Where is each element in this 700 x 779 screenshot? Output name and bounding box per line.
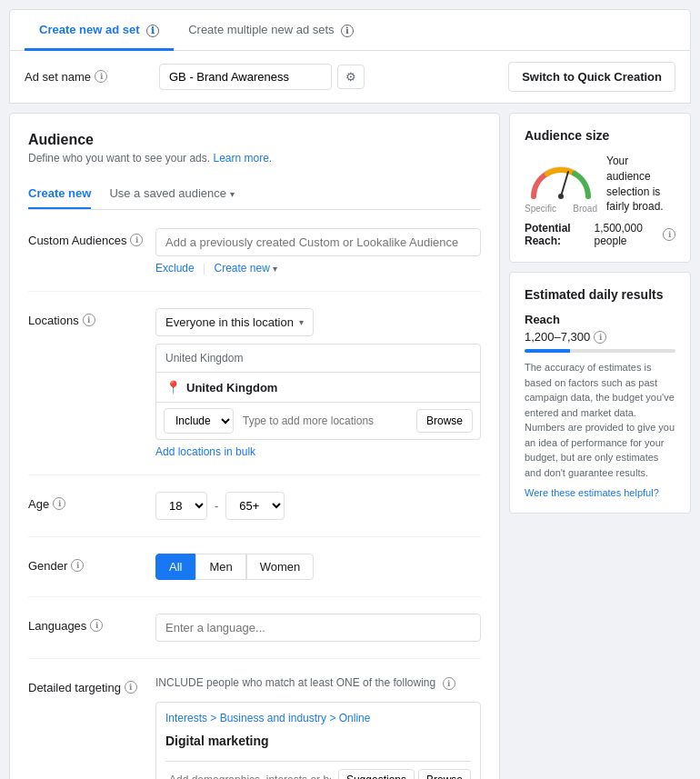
age-label: Age ℹ <box>28 492 155 520</box>
create-new-info-icon[interactable]: ℹ <box>146 25 159 37</box>
reach-label: Reach <box>525 313 675 326</box>
suggestions-button[interactable]: Suggestions <box>338 769 415 779</box>
languages-content <box>155 614 481 642</box>
custom-audiences-input[interactable] <box>155 228 481 256</box>
browse-locations-button[interactable]: Browse <box>416 409 473 433</box>
detailed-targeting-row: Detailed targeting ℹ INCLUDE people who … <box>28 675 481 779</box>
create-new-audience-link[interactable]: Create new ▾ <box>215 262 278 275</box>
top-tabs-bar: Create new ad set ℹ Create multiple new … <box>9 9 691 51</box>
targeting-breadcrumb: Interests > Business and industry > Onli… <box>165 712 471 724</box>
age-separator: - <box>215 499 218 513</box>
adset-name-info-icon[interactable]: ℹ <box>95 70 107 83</box>
audience-title: Audience <box>28 132 481 148</box>
gauge-wrap: Specific Broad Your audience selection i… <box>525 154 675 215</box>
location-type-input[interactable] <box>239 411 411 431</box>
gender-women-button[interactable]: Women <box>246 554 315 580</box>
languages-label: Languages ℹ <box>28 614 155 642</box>
learn-more-link[interactable]: Learn more. <box>213 152 272 165</box>
detailed-targeting-info-icon[interactable]: ℹ <box>125 681 137 694</box>
potential-reach-info-icon[interactable]: ℹ <box>663 228 675 241</box>
reach-range-info-icon[interactable]: ℹ <box>594 331 606 344</box>
svg-point-1 <box>558 194 564 199</box>
targeting-box: Interests > Business and industry > Onli… <box>155 702 481 779</box>
gender-content: All Men Women <box>155 554 481 580</box>
left-panel: Audience Define who you want to see your… <box>9 113 500 779</box>
location-header: United Kingdom <box>156 345 480 373</box>
gauge-svg <box>525 155 597 201</box>
main-area: Audience Define who you want to see your… <box>9 113 691 779</box>
location-input-row: Include Browse <box>156 402 480 439</box>
tab-create-new-adset[interactable]: Create new ad set ℹ <box>25 10 174 51</box>
tab-use-saved-audience[interactable]: Use a saved audience ▾ <box>109 179 234 209</box>
audience-desc: Define who you want to see your ads. Lea… <box>28 152 481 165</box>
gender-buttons: All Men Women <box>155 554 481 580</box>
targeting-search-input[interactable] <box>165 770 335 779</box>
gender-label: Gender ℹ <box>28 554 155 580</box>
targeting-box-wrap: Interests > Business and industry > Onli… <box>155 702 481 779</box>
locations-info-icon[interactable]: ℹ <box>83 314 95 326</box>
gauge-labels: Specific Broad <box>525 204 597 214</box>
gender-row: Gender ℹ All Men Women <box>28 554 481 597</box>
gender-all-button[interactable]: All <box>155 554 195 580</box>
custom-audiences-content: Exclude | Create new ▾ <box>155 228 481 275</box>
detailed-targeting-header: Detailed targeting ℹ INCLUDE people who … <box>28 675 481 694</box>
adset-name-input-wrap: ⚙ <box>159 64 365 90</box>
tab-create-new[interactable]: Create new <box>28 179 91 209</box>
svg-line-0 <box>561 172 568 196</box>
saved-audience-dropdown-arrow: ▾ <box>230 189 235 199</box>
custom-audiences-info-icon[interactable]: ℹ <box>130 234 143 246</box>
location-dropdown-arrow: ▾ <box>299 317 304 327</box>
locations-row: Locations ℹ Everyone in this location ▾ … <box>28 308 481 475</box>
tab-create-multiple-adsets[interactable]: Create multiple new ad sets ℹ <box>174 10 368 51</box>
targeting-input-row: Suggestions Browse <box>165 761 471 779</box>
adset-name-row: Ad set name ℹ ⚙ Switch to Quick Creation <box>9 51 691 104</box>
targeting-include-info-icon[interactable]: ℹ <box>443 677 455 690</box>
audience-size-desc: Your audience selection is fairly broad. <box>606 154 675 215</box>
location-name: United Kingdom <box>186 381 277 394</box>
estimates-helpful-link[interactable]: Were these estimates helpful? <box>525 487 675 498</box>
location-item: 📍 United Kingdom <box>156 373 480 402</box>
targeting-item: Digital marketing <box>165 730 471 752</box>
create-multiple-info-icon[interactable]: ℹ <box>341 25 354 37</box>
right-panel: Audience size <box>509 113 691 779</box>
detailed-targeting-label: Detailed targeting ℹ <box>28 675 155 694</box>
browse-targeting-button[interactable]: Browse <box>418 769 471 779</box>
age-row: Age ℹ 18 - 65+ <box>28 492 481 537</box>
everyone-location-dropdown[interactable]: Everyone in this location ▾ <box>155 308 314 336</box>
switch-quick-creation-button[interactable]: Switch to Quick Creation <box>508 62 675 92</box>
age-max-select[interactable]: 65+ <box>225 492 285 520</box>
adset-name-label: Ad set name ℹ <box>25 70 152 84</box>
estimated-title: Estimated daily results <box>525 287 675 302</box>
age-selects: 18 - 65+ <box>155 492 481 520</box>
include-select[interactable]: Include <box>164 408 234 434</box>
location-box: United Kingdom 📍 United Kingdom Include … <box>155 344 481 440</box>
create-new-dropdown-arrow: ▾ <box>273 264 277 274</box>
languages-row: Languages ℹ <box>28 614 481 659</box>
languages-input[interactable] <box>155 614 481 642</box>
gear-button[interactable]: ⚙ <box>337 65 365 89</box>
audience-links: Exclude | Create new ▾ <box>155 262 481 275</box>
custom-audiences-label: Custom Audiences ℹ <box>28 228 155 275</box>
age-info-icon[interactable]: ℹ <box>53 497 65 510</box>
custom-audiences-row: Custom Audiences ℹ Exclude | Create new … <box>28 228 481 292</box>
languages-info-icon[interactable]: ℹ <box>90 619 103 632</box>
estimated-desc: The accuracy of estimates is based on fa… <box>525 360 675 480</box>
reach-bar-wrap <box>525 349 675 353</box>
adset-name-input[interactable] <box>159 64 332 90</box>
add-locations-bulk-link[interactable]: Add locations in bulk <box>155 445 255 458</box>
audience-size-card: Audience size <box>509 113 691 263</box>
inner-tabs: Create new Use a saved audience ▾ <box>28 179 481 210</box>
estimated-results-card: Estimated daily results Reach 1,200–7,30… <box>509 272 691 514</box>
reach-range: 1,200–7,300 ℹ <box>525 330 675 344</box>
potential-reach: Potential Reach: 1,500,000 people ℹ <box>525 222 675 247</box>
gender-men-button[interactable]: Men <box>195 554 245 580</box>
locations-label: Locations ℹ <box>28 308 155 458</box>
audience-size-title: Audience size <box>525 128 675 143</box>
exclude-link[interactable]: Exclude <box>155 262 195 275</box>
reach-bar <box>525 349 570 353</box>
locations-content: Everyone in this location ▾ United Kingd… <box>155 308 481 458</box>
gender-info-icon[interactable]: ℹ <box>71 559 84 572</box>
age-min-select[interactable]: 18 <box>155 492 207 520</box>
gauge-chart: Specific Broad <box>525 155 597 214</box>
targeting-include-text: INCLUDE people who match at least ONE of… <box>155 675 481 694</box>
